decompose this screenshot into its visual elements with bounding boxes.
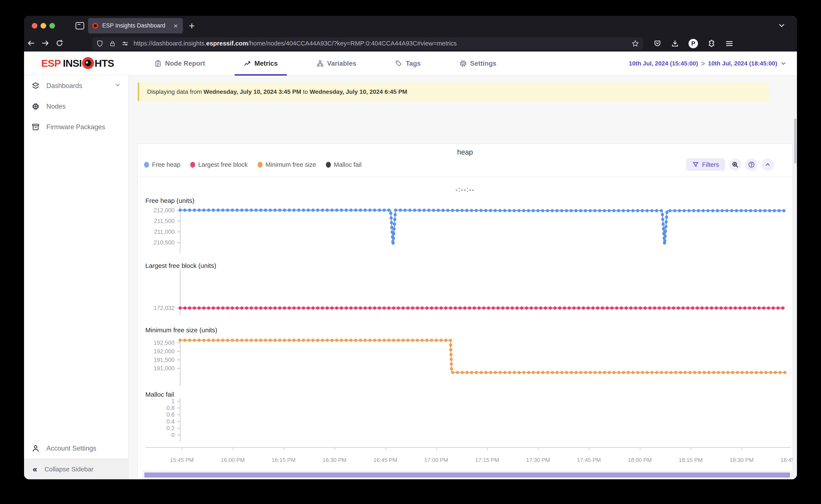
svg-text:172,032: 172,032 xyxy=(154,305,175,311)
tag-icon xyxy=(395,60,402,67)
pocket-icon[interactable] xyxy=(653,39,661,48)
new-tab-button[interactable]: + xyxy=(189,21,195,31)
tab-label: Node Report xyxy=(165,60,205,67)
close-window-button[interactable] xyxy=(32,23,37,29)
panel-title: heap xyxy=(138,148,792,156)
sidebar-item-firmware-packages[interactable]: Firmware Packages xyxy=(24,117,128,137)
download-icon[interactable] xyxy=(671,39,679,48)
tab-close-icon[interactable]: × xyxy=(173,22,179,29)
tab-settings[interactable]: Settings xyxy=(450,52,505,76)
scrollbar-thumb[interactable] xyxy=(144,472,790,478)
collapse-sidebar-label: Collapse Sidebar xyxy=(44,466,93,473)
tab-node-report[interactable]: Node Report xyxy=(145,52,214,76)
date-range-picker[interactable]: 10th Jul, 2024 (15:45:00) > 10th Jul, 20… xyxy=(629,52,787,76)
chevron-down-icon xyxy=(780,60,787,67)
svg-text:0.4: 0.4 xyxy=(166,418,175,425)
url-text[interactable]: https://dashboard.insights.espressif.com… xyxy=(134,40,629,47)
svg-text:212,000: 212,000 xyxy=(154,207,175,214)
filters-button[interactable]: Filters xyxy=(686,158,725,171)
chart-plot-largest-free-block: 172,032 xyxy=(138,269,793,315)
x-axis-label: 17:15 PM xyxy=(475,457,499,463)
tab-tags[interactable]: Tags xyxy=(386,52,430,76)
person-icon xyxy=(31,444,40,452)
zoom-window-button[interactable] xyxy=(49,23,55,29)
chip-icon xyxy=(31,102,40,111)
x-axis-label: 16:45 PM xyxy=(373,457,397,463)
url-bar[interactable]: https://dashboard.insights.espressif.com… xyxy=(92,37,643,50)
chart-minimum-free-size: Minimum free size (units) xyxy=(138,326,793,334)
page-scrollbar[interactable] xyxy=(794,76,797,479)
browser-window: ESP Insights Dashboard × + https://dashb… xyxy=(24,16,797,479)
svg-text:0.8: 0.8 xyxy=(166,405,175,411)
chevron-up-icon xyxy=(764,161,771,168)
zoom-in-button[interactable] xyxy=(729,158,741,171)
sidebar-item-label: Dashboards xyxy=(46,82,82,90)
x-axis-label: 16:30 PM xyxy=(322,457,346,463)
svg-text:191,500: 191,500 xyxy=(154,357,175,363)
svg-text:0: 0 xyxy=(171,432,175,438)
legend-label: Largest free block xyxy=(198,161,248,168)
legend-swatch xyxy=(326,162,331,168)
funnel-icon xyxy=(692,161,699,168)
minimize-window-button[interactable] xyxy=(41,23,46,29)
menu-hamburger-icon[interactable] xyxy=(725,39,734,48)
bookmark-star-icon[interactable] xyxy=(631,40,639,47)
profile-avatar[interactable]: P xyxy=(689,39,698,48)
extensions-puzzle-icon[interactable] xyxy=(707,39,716,48)
window-controls xyxy=(32,23,55,29)
tab-list-chevron-icon[interactable] xyxy=(778,21,786,30)
x-axis-label: 18:45 PM xyxy=(780,457,793,463)
shield-icon[interactable] xyxy=(96,40,103,47)
heap-metrics-card: heap Free heap Largest free block Minimu… xyxy=(137,143,793,479)
chart-horizontal-scrollbar[interactable] xyxy=(143,471,792,479)
site-favicon xyxy=(92,23,98,29)
panel-controls: Filters xyxy=(686,158,774,171)
magnifier-plus-icon xyxy=(731,161,739,168)
legend-item-minimum-free-size[interactable]: Minimum free size xyxy=(258,161,316,168)
esp-insights-logo[interactable]: ESPINSIHTS xyxy=(41,57,114,69)
x-axis-label: 16:15 PM xyxy=(272,457,295,463)
help-button[interactable] xyxy=(745,158,758,171)
chart-largest-free-block: Largest free block (units) xyxy=(138,262,793,269)
legend-item-largest-free-block[interactable]: Largest free block xyxy=(190,161,248,168)
page-scrollbar-thumb[interactable] xyxy=(794,118,797,164)
lock-icon[interactable] xyxy=(109,40,116,47)
chart-plot-minimum-free-size: 192,500192,000191,500191,000 xyxy=(138,338,793,386)
chart-title: Malloc fail xyxy=(138,391,793,398)
tab-overview-icon[interactable] xyxy=(76,22,84,29)
gear-icon xyxy=(459,60,467,67)
date-range-start: 10th Jul, 2024 (15:45:00) xyxy=(629,60,698,67)
x-axis-label: 17:45 PM xyxy=(577,457,601,463)
svg-text:191,000: 191,000 xyxy=(154,365,175,372)
svg-text:210,500: 210,500 xyxy=(154,239,175,246)
sidebar-item-dashboards[interactable]: Dashboards xyxy=(24,76,128,96)
x-axis-line xyxy=(146,447,791,448)
sidebar-item-account-settings[interactable]: Account Settings xyxy=(24,438,128,459)
browser-toolbar: https://dashboard.insights.espressif.com… xyxy=(24,35,797,52)
svg-text:211,000: 211,000 xyxy=(154,229,175,235)
back-button[interactable] xyxy=(24,39,38,48)
tab-label: Variables xyxy=(327,60,356,67)
hover-time-display: -:--:-- xyxy=(138,186,792,194)
sidebar-item-nodes[interactable]: Nodes xyxy=(24,96,128,117)
x-axis-label: 17:00 PM xyxy=(424,457,448,463)
double-chevron-left-icon: « xyxy=(33,465,37,474)
svg-text:0.6: 0.6 xyxy=(166,411,175,418)
tab-variables[interactable]: Variables xyxy=(307,52,365,76)
tab-metrics[interactable]: Metrics xyxy=(235,52,287,76)
main-content: Displaying data from Wednesday, July 10,… xyxy=(129,76,797,479)
collapse-panel-button[interactable] xyxy=(762,158,774,171)
svg-text:192,000: 192,000 xyxy=(154,348,175,355)
chart-free-heap: Free heap (units) xyxy=(138,197,793,204)
forward-button[interactable] xyxy=(38,39,52,48)
layers-icon xyxy=(31,82,40,90)
permissions-icon[interactable] xyxy=(122,40,129,47)
filters-label: Filters xyxy=(702,161,719,168)
legend-item-free-heap[interactable]: Free heap xyxy=(144,161,180,168)
collapse-sidebar-button[interactable]: « Collapse Sidebar xyxy=(24,459,128,479)
logo-esp: ESP xyxy=(41,57,61,69)
question-circle-icon xyxy=(748,161,755,168)
reload-button[interactable] xyxy=(52,39,67,48)
browser-tab[interactable]: ESP Insights Dashboard × xyxy=(88,18,183,33)
legend-item-malloc-fail[interactable]: Malloc fail xyxy=(326,161,362,168)
